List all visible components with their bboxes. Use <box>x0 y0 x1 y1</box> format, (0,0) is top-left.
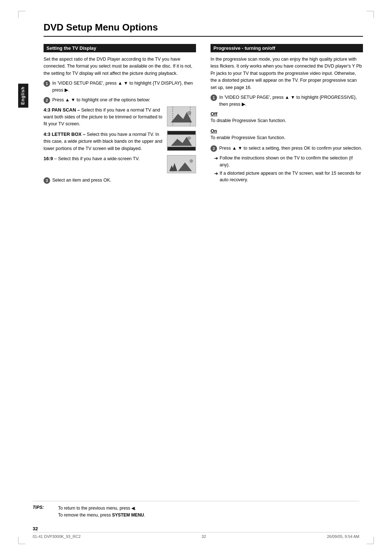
off-text: To disable Progressive Scan function. <box>211 117 363 124</box>
left-intro-text: Set the aspect ratio of the DVD Player a… <box>44 56 196 77</box>
footer-left: 01-41 DVP3000K_93_RC2 <box>33 534 81 539</box>
step-3-text: Select an item and press OK. <box>52 177 111 184</box>
left-section-header: Setting the TV Display <box>44 44 196 52</box>
right-step-1-num: 1 <box>211 94 217 101</box>
wide-screen-text-block: 16:9 – Select this if you have a wide-sc… <box>44 155 164 162</box>
footer-metadata: 01-41 DVP3000K_93_RC2 32 26/09/05, 9:54 … <box>33 532 359 539</box>
step-2-text: Press ▲ ▼ to highlight one of the option… <box>52 97 150 104</box>
right-section-header: Progressive - turning on/off <box>211 44 363 52</box>
svg-point-9 <box>187 136 191 140</box>
footer-right: 26/09/05, 9:54 AM <box>327 534 359 539</box>
on-label: On <box>211 128 363 134</box>
on-text: To enable Progressive Scan function. <box>211 134 363 141</box>
tips-label: TIPS: <box>33 505 51 519</box>
off-label-block: Off To disable Progressive Scan function… <box>211 111 363 124</box>
step-3-num: 3 <box>44 177 50 184</box>
left-step-1: 1 In 'VIDEO SETUP PAGE', press ▲ ▼ to hi… <box>44 80 196 94</box>
off-label: Off <box>211 111 363 117</box>
sidebar-language-label: English <box>18 84 28 108</box>
footer-center: 32 <box>201 534 206 539</box>
step-1-text: In 'VIDEO SETUP PAGE', press ▲ ▼ to high… <box>52 80 196 94</box>
corner-mark-bl <box>18 537 25 544</box>
svg-rect-0 <box>167 107 195 126</box>
left-step-2: 2 Press ▲ ▼ to highlight one of the opti… <box>44 97 196 104</box>
arrow-text-1: Follow the instructions shown on the TV … <box>220 155 363 169</box>
arrow-symbol-1: ➜ <box>214 155 218 162</box>
arrow-symbol-2: ➜ <box>214 170 218 177</box>
tips-section: TIPS: To return to the previous menu, pr… <box>33 501 359 519</box>
step-2-num: 2 <box>44 97 50 104</box>
right-step-2: 2 Press ▲ ▼ to select a setting, then pr… <box>211 145 363 152</box>
tips-system-menu: SYSTEM MENU <box>112 513 144 518</box>
step-1-num: 1 <box>44 80 50 87</box>
right-step-2-text: Press ▲ ▼ to select a setting, then pres… <box>219 145 362 152</box>
letter-box-thumbnail <box>167 131 196 151</box>
right-intro-text: In the progressive scan mode, you can en… <box>211 56 363 91</box>
two-column-layout: Setting the TV Display Set the aspect ra… <box>44 44 363 187</box>
pan-scan-thumbnail <box>167 106 196 126</box>
pan-scan-option: 4:3 PAN SCAN – Select this if you have a… <box>44 106 196 128</box>
arrow-item-2: ➜ If a distorted picture appears on the … <box>214 170 363 184</box>
left-step-3: 3 Select an item and press OK. <box>44 177 196 184</box>
pan-scan-title: 4:3 PAN SCAN – <box>44 107 80 113</box>
right-step-1: 1 In 'VIDEO SETUP PAGE', press ▲ ▼ to hi… <box>211 94 363 108</box>
tips-line-1: To return to the previous menu, press ◀. <box>58 505 145 512</box>
right-step-2-num: 2 <box>211 145 217 152</box>
tips-content: To return to the previous menu, press ◀.… <box>58 505 145 519</box>
main-content: DVD Setup Menu Options Setting the TV Di… <box>44 22 363 187</box>
svg-rect-6 <box>167 131 195 135</box>
tips-line-2: To remove the menu, press SYSTEM MENU. <box>58 512 145 519</box>
left-column: Setting the TV Display Set the aspect ra… <box>44 44 196 187</box>
right-column: Progressive - turning on/off In the prog… <box>211 44 363 187</box>
letter-box-text-block: 4:3 LETTER BOX – Select this you have a … <box>44 131 164 152</box>
arrow-text-2: If a distorted picture appears on the TV… <box>220 170 363 184</box>
corner-mark-tr <box>367 11 374 18</box>
svg-rect-7 <box>167 147 195 150</box>
wide-screen-thumbnail <box>167 155 196 173</box>
wide-screen-title: 16:9 <box>44 156 53 161</box>
page-container: English DVD Setup Menu Options Setting t… <box>0 0 392 555</box>
svg-point-2 <box>187 111 191 115</box>
right-step-1-text: In 'VIDEO SETUP PAGE', press ▲ ▼ to high… <box>219 94 363 108</box>
arrow-item-1: ➜ Follow the instructions shown on the T… <box>214 155 363 169</box>
wide-screen-body: – Select this if you have a wide-screen … <box>54 156 140 161</box>
letter-box-option: 4:3 LETTER BOX – Select this you have a … <box>44 131 196 152</box>
page-title: DVD Setup Menu Options <box>44 22 363 37</box>
corner-mark-br <box>367 537 374 544</box>
on-label-block: On To enable Progressive Scan function. <box>211 128 363 141</box>
page-number: 32 <box>33 526 38 531</box>
letter-box-title: 4:3 LETTER BOX – <box>44 131 86 137</box>
wide-screen-option: 16:9 – Select this if you have a wide-sc… <box>44 155 196 173</box>
svg-point-14 <box>189 159 193 163</box>
pan-scan-text-block: 4:3 PAN SCAN – Select this if you have a… <box>44 106 164 128</box>
corner-mark-tl <box>18 11 25 18</box>
